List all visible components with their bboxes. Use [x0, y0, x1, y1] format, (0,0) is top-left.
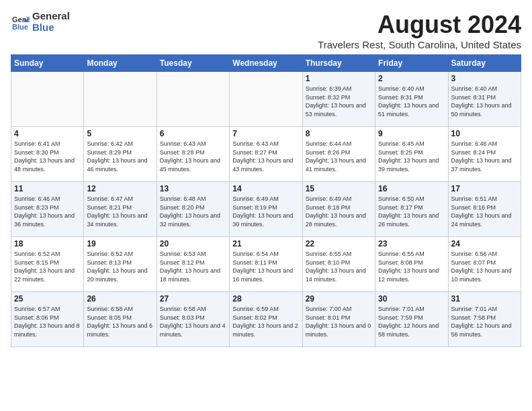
- calendar-cell: 30Sunrise: 7:01 AM Sunset: 7:59 PM Dayli…: [375, 292, 448, 347]
- calendar-cell: 8Sunrise: 6:44 AM Sunset: 8:26 PM Daylig…: [302, 127, 375, 182]
- calendar-cell: 26Sunrise: 6:58 AM Sunset: 8:05 PM Dayli…: [84, 292, 157, 347]
- calendar-table: SundayMondayTuesdayWednesdayThursdayFrid…: [11, 54, 521, 347]
- day-detail: Sunrise: 6:58 AM Sunset: 8:03 PM Dayligh…: [160, 305, 226, 338]
- calendar-cell: 2Sunrise: 6:40 AM Sunset: 8:31 PM Daylig…: [375, 72, 448, 127]
- day-detail: Sunrise: 6:53 AM Sunset: 8:12 PM Dayligh…: [160, 250, 226, 283]
- calendar-cell: 7Sunrise: 6:43 AM Sunset: 8:27 PM Daylig…: [230, 127, 302, 182]
- calendar-cell: 9Sunrise: 6:45 AM Sunset: 8:25 PM Daylig…: [375, 127, 448, 182]
- calendar-week-2: 11Sunrise: 6:46 AM Sunset: 8:23 PM Dayli…: [11, 182, 521, 237]
- day-number: 8: [306, 129, 372, 138]
- calendar-week-1: 4Sunrise: 6:41 AM Sunset: 8:30 PM Daylig…: [11, 127, 521, 182]
- calendar-cell: 27Sunrise: 6:58 AM Sunset: 8:03 PM Dayli…: [157, 292, 229, 347]
- day-number: 27: [160, 294, 226, 304]
- day-detail: Sunrise: 7:00 AM Sunset: 8:01 PM Dayligh…: [306, 305, 372, 338]
- day-detail: Sunrise: 6:43 AM Sunset: 8:27 PM Dayligh…: [232, 140, 299, 173]
- calendar-cell: 5Sunrise: 6:42 AM Sunset: 8:29 PM Daylig…: [84, 127, 157, 182]
- day-number: 14: [232, 184, 299, 193]
- calendar-week-3: 18Sunrise: 6:52 AM Sunset: 8:15 PM Dayli…: [11, 237, 521, 292]
- calendar-cell: 19Sunrise: 6:52 AM Sunset: 8:13 PM Dayli…: [84, 237, 157, 292]
- day-number: 17: [451, 184, 518, 193]
- header-wednesday: Wednesday: [230, 55, 302, 72]
- day-number: 24: [451, 239, 518, 248]
- calendar-cell: 6Sunrise: 6:43 AM Sunset: 8:28 PM Daylig…: [157, 127, 229, 182]
- calendar-cell: 13Sunrise: 6:48 AM Sunset: 8:20 PM Dayli…: [157, 182, 229, 237]
- calendar-header-row: SundayMondayTuesdayWednesdayThursdayFrid…: [11, 55, 521, 72]
- day-detail: Sunrise: 6:47 AM Sunset: 8:21 PM Dayligh…: [87, 195, 153, 228]
- day-number: 28: [232, 294, 299, 304]
- header-monday: Monday: [84, 55, 157, 72]
- day-number: 31: [451, 294, 518, 304]
- page-header: General Blue General Blue August 2024 Tr…: [11, 11, 521, 50]
- calendar-cell: 15Sunrise: 6:49 AM Sunset: 8:18 PM Dayli…: [302, 182, 375, 237]
- calendar-cell: 14Sunrise: 6:49 AM Sunset: 8:19 PM Dayli…: [230, 182, 302, 237]
- calendar-cell: [84, 72, 157, 127]
- calendar-week-0: 1Sunrise: 6:39 AM Sunset: 8:32 PM Daylig…: [11, 72, 521, 127]
- day-detail: Sunrise: 6:45 AM Sunset: 8:25 PM Dayligh…: [378, 140, 445, 173]
- day-detail: Sunrise: 6:41 AM Sunset: 8:30 PM Dayligh…: [14, 140, 81, 173]
- header-thursday: Thursday: [302, 55, 375, 72]
- day-detail: Sunrise: 6:56 AM Sunset: 8:07 PM Dayligh…: [451, 250, 518, 283]
- calendar-cell: 11Sunrise: 6:46 AM Sunset: 8:23 PM Dayli…: [11, 182, 84, 237]
- day-number: 22: [306, 239, 372, 248]
- logo-blue: Blue: [32, 22, 70, 34]
- day-detail: Sunrise: 6:44 AM Sunset: 8:26 PM Dayligh…: [306, 140, 372, 173]
- day-detail: Sunrise: 6:39 AM Sunset: 8:32 PM Dayligh…: [306, 85, 372, 118]
- day-detail: Sunrise: 6:55 AM Sunset: 8:10 PM Dayligh…: [306, 250, 372, 283]
- day-detail: Sunrise: 6:40 AM Sunset: 8:31 PM Dayligh…: [451, 85, 518, 118]
- day-detail: Sunrise: 6:51 AM Sunset: 8:16 PM Dayligh…: [451, 195, 518, 228]
- day-number: 29: [306, 294, 372, 304]
- header-sunday: Sunday: [11, 55, 84, 72]
- calendar-cell: 1Sunrise: 6:39 AM Sunset: 8:32 PM Daylig…: [302, 72, 375, 127]
- day-detail: Sunrise: 6:54 AM Sunset: 8:11 PM Dayligh…: [232, 250, 299, 283]
- day-number: 3: [451, 74, 518, 83]
- day-number: 12: [87, 184, 153, 193]
- day-detail: Sunrise: 6:57 AM Sunset: 8:06 PM Dayligh…: [14, 305, 81, 338]
- calendar-cell: 29Sunrise: 7:00 AM Sunset: 8:01 PM Dayli…: [302, 292, 375, 347]
- calendar-cell: 21Sunrise: 6:54 AM Sunset: 8:11 PM Dayli…: [230, 237, 302, 292]
- day-detail: Sunrise: 6:49 AM Sunset: 8:18 PM Dayligh…: [306, 195, 372, 228]
- day-number: 7: [232, 129, 299, 138]
- day-number: 9: [378, 129, 445, 138]
- day-detail: Sunrise: 6:49 AM Sunset: 8:19 PM Dayligh…: [232, 195, 299, 228]
- logo: General Blue General Blue: [11, 11, 70, 33]
- calendar-cell: 25Sunrise: 6:57 AM Sunset: 8:06 PM Dayli…: [11, 292, 84, 347]
- day-detail: Sunrise: 6:59 AM Sunset: 8:02 PM Dayligh…: [232, 305, 299, 338]
- day-number: 23: [378, 239, 445, 248]
- calendar-cell: 28Sunrise: 6:59 AM Sunset: 8:02 PM Dayli…: [230, 292, 302, 347]
- day-number: 10: [451, 129, 518, 138]
- day-detail: Sunrise: 6:40 AM Sunset: 8:31 PM Dayligh…: [378, 85, 445, 118]
- day-number: 2: [378, 74, 445, 83]
- calendar-cell: 10Sunrise: 6:46 AM Sunset: 8:24 PM Dayli…: [448, 127, 521, 182]
- calendar-cell: 3Sunrise: 6:40 AM Sunset: 8:31 PM Daylig…: [448, 72, 521, 127]
- calendar-cell: 12Sunrise: 6:47 AM Sunset: 8:21 PM Dayli…: [84, 182, 157, 237]
- calendar-cell: 17Sunrise: 6:51 AM Sunset: 8:16 PM Dayli…: [448, 182, 521, 237]
- calendar-cell: 18Sunrise: 6:52 AM Sunset: 8:15 PM Dayli…: [11, 237, 84, 292]
- day-number: 5: [87, 129, 153, 138]
- day-detail: Sunrise: 6:50 AM Sunset: 8:17 PM Dayligh…: [378, 195, 445, 228]
- day-detail: Sunrise: 6:55 AM Sunset: 8:08 PM Dayligh…: [378, 250, 445, 283]
- calendar-cell: 22Sunrise: 6:55 AM Sunset: 8:10 PM Dayli…: [302, 237, 375, 292]
- day-detail: Sunrise: 6:46 AM Sunset: 8:23 PM Dayligh…: [14, 195, 81, 228]
- calendar-cell: [11, 72, 84, 127]
- day-number: 18: [14, 239, 81, 248]
- day-detail: Sunrise: 7:01 AM Sunset: 7:59 PM Dayligh…: [378, 305, 445, 338]
- title-block: August 2024 Travelers Rest, South Caroli…: [318, 11, 521, 50]
- day-number: 19: [87, 239, 153, 248]
- calendar-week-4: 25Sunrise: 6:57 AM Sunset: 8:06 PM Dayli…: [11, 292, 521, 347]
- day-number: 25: [14, 294, 81, 304]
- day-number: 13: [160, 184, 226, 193]
- day-number: 26: [87, 294, 153, 304]
- day-detail: Sunrise: 6:42 AM Sunset: 8:29 PM Dayligh…: [87, 140, 153, 173]
- day-number: 16: [378, 184, 445, 193]
- day-detail: Sunrise: 6:52 AM Sunset: 8:15 PM Dayligh…: [14, 250, 81, 283]
- calendar-cell: 23Sunrise: 6:55 AM Sunset: 8:08 PM Dayli…: [375, 237, 448, 292]
- day-number: 21: [232, 239, 299, 248]
- calendar-cell: [157, 72, 229, 127]
- svg-text:Blue: Blue: [12, 23, 28, 31]
- day-detail: Sunrise: 6:46 AM Sunset: 8:24 PM Dayligh…: [451, 140, 518, 173]
- day-number: 1: [306, 74, 372, 83]
- day-number: 11: [14, 184, 81, 193]
- day-number: 15: [306, 184, 372, 193]
- calendar-title: August 2024: [318, 11, 521, 39]
- calendar-cell: 31Sunrise: 7:01 AM Sunset: 7:58 PM Dayli…: [448, 292, 521, 347]
